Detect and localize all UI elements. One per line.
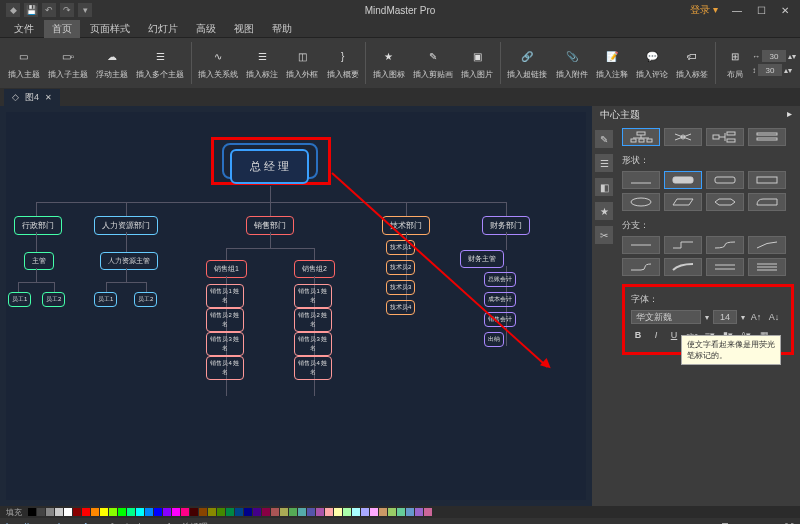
color-swatch[interactable] (316, 508, 324, 516)
font-grow-icon[interactable]: A↑ (749, 310, 763, 324)
node-fin-2[interactable]: 成本会计 (484, 292, 516, 307)
node-admin-s1[interactable]: 员工1 (8, 292, 31, 307)
qat-save-icon[interactable]: 💾 (24, 3, 38, 17)
color-swatch[interactable] (424, 508, 432, 516)
color-swatch[interactable] (226, 508, 234, 516)
document-tab[interactable]: ◇ 图4 ✕ (4, 89, 60, 106)
branch-8[interactable] (748, 258, 786, 276)
color-swatch[interactable] (73, 508, 81, 516)
node-tech-3[interactable]: 技术员3 (386, 280, 415, 295)
branch-7[interactable] (706, 258, 744, 276)
color-swatch[interactable] (244, 508, 252, 516)
ribbon-layout[interactable]: ⊞布局 (719, 45, 751, 82)
color-swatch[interactable] (55, 508, 63, 516)
color-swatch[interactable] (325, 508, 333, 516)
color-swatch[interactable] (379, 508, 387, 516)
branch-6[interactable] (664, 258, 702, 276)
layout-opt-1[interactable] (622, 128, 660, 146)
color-swatch[interactable] (397, 508, 405, 516)
shape-1[interactable] (622, 171, 660, 189)
color-swatch[interactable] (145, 508, 153, 516)
node-sales-m2[interactable]: 销售员2 姓名 (206, 308, 244, 332)
ribbon-tag[interactable]: 🏷插入标签 (673, 45, 712, 82)
ribbon-icon[interactable]: ★插入图标 (369, 45, 408, 82)
tab-close-icon[interactable]: ✕ (45, 93, 52, 102)
color-swatch[interactable] (307, 508, 315, 516)
shape-5[interactable] (622, 193, 660, 211)
layout-opt-3[interactable] (706, 128, 744, 146)
node-sales-m4b[interactable]: 销售员4 姓名 (294, 356, 332, 380)
node-sales-m2b[interactable]: 销售员2 姓名 (294, 308, 332, 332)
branch-5[interactable] (622, 258, 660, 276)
ribbon-insert-subtopic[interactable]: ▭▫插入子主题 (44, 45, 91, 82)
color-swatch[interactable] (46, 508, 54, 516)
color-swatch[interactable] (352, 508, 360, 516)
node-hr-s2[interactable]: 员工2 (134, 292, 157, 307)
ribbon-floating-topic[interactable]: ☁浮动主题 (92, 45, 131, 82)
ribbon-relation[interactable]: ∿插入关系线 (194, 45, 241, 82)
node-admin[interactable]: 行政部门 (14, 216, 62, 235)
node-tech-4[interactable]: 技术员4 (386, 300, 415, 315)
ribbon-note[interactable]: 📝插入注释 (592, 45, 631, 82)
color-swatch[interactable] (217, 508, 225, 516)
shape-8[interactable] (748, 193, 786, 211)
qat-redo-icon[interactable]: ↷ (60, 3, 74, 17)
color-swatch[interactable] (370, 508, 378, 516)
shape-4[interactable] (748, 171, 786, 189)
node-sales-m1b[interactable]: 销售员1 姓名 (294, 284, 332, 308)
color-swatch[interactable] (235, 508, 243, 516)
italic-button[interactable]: I (649, 328, 663, 342)
sp-tab-layout[interactable]: ☰ (595, 154, 613, 172)
menu-advanced[interactable]: 高级 (188, 20, 224, 38)
color-swatch[interactable] (262, 508, 270, 516)
sidepanel-collapse-icon[interactable]: ▸ (787, 108, 792, 122)
node-root[interactable]: 总 经 理 (230, 149, 309, 184)
color-swatch[interactable] (181, 508, 189, 516)
menu-slideshow[interactable]: 幻灯片 (140, 20, 186, 38)
node-fin-mgr[interactable]: 财务主管 (460, 250, 504, 268)
ribbon-insert-multi[interactable]: ☰插入多个主题 (133, 45, 188, 82)
node-hr-mgr[interactable]: 人力资源主管 (100, 252, 158, 270)
menu-home[interactable]: 首页 (44, 20, 80, 38)
layout-opt-2[interactable] (664, 128, 702, 146)
menu-file[interactable]: 文件 (6, 20, 42, 38)
color-swatch[interactable] (28, 508, 36, 516)
branch-3[interactable] (706, 236, 744, 254)
layout-opt-4[interactable] (748, 128, 786, 146)
vspacing-input[interactable] (758, 64, 782, 76)
ribbon-clipart[interactable]: ✎插入剪贴画 (410, 45, 457, 82)
ribbon-attachment[interactable]: 📎插入附件 (552, 45, 591, 82)
node-tech-2[interactable]: 技术员2 (386, 260, 415, 275)
menu-help[interactable]: 帮助 (264, 20, 300, 38)
sp-tab-style[interactable]: ✎ (595, 130, 613, 148)
shape-6[interactable] (664, 193, 702, 211)
color-swatch[interactable] (127, 508, 135, 516)
sp-tab-theme[interactable]: ◧ (595, 178, 613, 196)
color-swatch[interactable] (163, 508, 171, 516)
shape-7[interactable] (706, 193, 744, 211)
color-swatch[interactable] (343, 508, 351, 516)
qat-more-icon[interactable]: ▾ (78, 3, 92, 17)
close-icon[interactable]: ✕ (774, 3, 796, 17)
node-sales-m3b[interactable]: 销售员3 姓名 (294, 332, 332, 356)
color-swatch[interactable] (190, 508, 198, 516)
ribbon-insert-topic[interactable]: ▭插入主题 (4, 45, 43, 82)
node-admin-s2[interactable]: 员工2 (42, 292, 65, 307)
ribbon-hyperlink[interactable]: 🔗插入超链接 (504, 45, 551, 82)
color-swatch[interactable] (289, 508, 297, 516)
color-swatch[interactable] (298, 508, 306, 516)
bold-button[interactable]: B (631, 328, 645, 342)
color-swatch[interactable] (100, 508, 108, 516)
node-fin-4[interactable]: 出纳 (484, 332, 504, 347)
color-swatch[interactable] (208, 508, 216, 516)
underline-button[interactable]: U (667, 328, 681, 342)
menu-view[interactable]: 视图 (226, 20, 262, 38)
shape-3[interactable] (706, 171, 744, 189)
node-hr-s1[interactable]: 员工1 (94, 292, 117, 307)
color-swatch[interactable] (361, 508, 369, 516)
branch-1[interactable] (622, 236, 660, 254)
canvas-area[interactable]: 总 经 理 行政部门 人力资源部门 销售部门 技术部门 财务部门 主管 (0, 106, 592, 506)
ribbon-callout[interactable]: ☰插入标注 (243, 45, 282, 82)
shape-2[interactable] (664, 171, 702, 189)
node-sales-m1[interactable]: 销售员1 姓名 (206, 284, 244, 308)
